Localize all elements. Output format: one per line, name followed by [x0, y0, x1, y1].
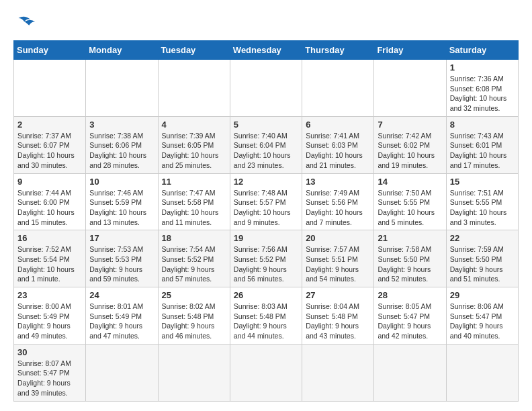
day-info: Sunrise: 7:57 AM Sunset: 5:51 PM Dayligh… — [306, 244, 370, 284]
day-number: 21 — [378, 233, 442, 243]
calendar-cell: 29Sunrise: 8:06 AM Sunset: 5:47 PM Dayli… — [446, 287, 518, 345]
day-number: 1 — [450, 62, 515, 73]
calendar-header-row: SundayMondayTuesdayWednesdayThursdayFrid… — [14, 41, 519, 60]
calendar-cell: 25Sunrise: 8:02 AM Sunset: 5:48 PM Dayli… — [158, 287, 230, 345]
day-number: 17 — [89, 233, 154, 243]
page-header — [13, 13, 519, 34]
calendar-cell — [302, 60, 374, 117]
calendar-cell — [230, 60, 302, 117]
day-number: 24 — [89, 290, 154, 300]
day-number: 14 — [378, 177, 442, 187]
day-number: 16 — [17, 233, 82, 243]
calendar-cell: 21Sunrise: 7:58 AM Sunset: 5:50 PM Dayli… — [374, 230, 446, 287]
calendar-cell: 8Sunrise: 7:43 AM Sunset: 6:01 PM Daylig… — [446, 116, 518, 173]
calendar-header-wednesday: Wednesday — [230, 41, 302, 60]
calendar-cell: 22Sunrise: 7:59 AM Sunset: 5:50 PM Dayli… — [446, 230, 518, 287]
calendar-cell: 26Sunrise: 8:03 AM Sunset: 5:48 PM Dayli… — [230, 287, 302, 345]
calendar-cell: 14Sunrise: 7:50 AM Sunset: 5:55 PM Dayli… — [374, 173, 446, 230]
calendar-cell: 13Sunrise: 7:49 AM Sunset: 5:56 PM Dayli… — [302, 173, 374, 230]
day-info: Sunrise: 7:40 AM Sunset: 6:04 PM Dayligh… — [234, 131, 298, 171]
day-info: Sunrise: 7:50 AM Sunset: 5:55 PM Dayligh… — [378, 188, 442, 228]
day-number: 3 — [89, 120, 154, 130]
calendar-header-thursday: Thursday — [302, 41, 374, 60]
calendar-header-saturday: Saturday — [446, 41, 518, 60]
day-info: Sunrise: 8:01 AM Sunset: 5:49 PM Dayligh… — [89, 302, 154, 341]
logo — [13, 13, 42, 34]
calendar-header-sunday: Sunday — [14, 41, 86, 60]
calendar-cell — [230, 344, 302, 401]
calendar-header-tuesday: Tuesday — [158, 41, 230, 60]
calendar-week-row: 1Sunrise: 7:36 AM Sunset: 6:08 PM Daylig… — [14, 60, 519, 117]
day-number: 23 — [17, 290, 82, 300]
day-info: Sunrise: 7:42 AM Sunset: 6:02 PM Dayligh… — [378, 131, 442, 171]
day-number: 19 — [234, 233, 298, 243]
calendar-week-row: 23Sunrise: 8:00 AM Sunset: 5:49 PM Dayli… — [14, 287, 519, 345]
day-number: 7 — [378, 120, 442, 130]
calendar-cell: 20Sunrise: 7:57 AM Sunset: 5:51 PM Dayli… — [302, 230, 374, 287]
day-info: Sunrise: 7:54 AM Sunset: 5:52 PM Dayligh… — [162, 244, 226, 284]
day-info: Sunrise: 7:58 AM Sunset: 5:50 PM Dayligh… — [378, 244, 442, 284]
day-number: 2 — [17, 120, 82, 130]
day-info: Sunrise: 7:36 AM Sunset: 6:08 PM Dayligh… — [450, 74, 515, 113]
calendar-cell: 27Sunrise: 8:04 AM Sunset: 5:48 PM Dayli… — [302, 287, 374, 345]
day-info: Sunrise: 8:00 AM Sunset: 5:49 PM Dayligh… — [17, 302, 82, 341]
calendar-cell — [14, 60, 86, 117]
calendar-cell: 11Sunrise: 7:47 AM Sunset: 5:58 PM Dayli… — [158, 173, 230, 230]
day-number: 20 — [306, 233, 370, 243]
calendar-cell: 30Sunrise: 8:07 AM Sunset: 5:47 PM Dayli… — [14, 344, 86, 401]
svg-rect-0 — [13, 13, 37, 34]
day-info: Sunrise: 8:05 AM Sunset: 5:47 PM Dayligh… — [378, 302, 442, 341]
calendar-cell — [374, 344, 446, 401]
calendar-table: SundayMondayTuesdayWednesdayThursdayFrid… — [13, 40, 519, 402]
day-info: Sunrise: 7:56 AM Sunset: 5:52 PM Dayligh… — [234, 244, 298, 284]
calendar-week-row: 30Sunrise: 8:07 AM Sunset: 5:47 PM Dayli… — [14, 344, 519, 401]
calendar-cell — [446, 344, 518, 401]
day-info: Sunrise: 7:46 AM Sunset: 5:59 PM Dayligh… — [89, 188, 154, 228]
day-number: 9 — [17, 177, 82, 187]
calendar-cell: 23Sunrise: 8:00 AM Sunset: 5:49 PM Dayli… — [14, 287, 86, 345]
day-info: Sunrise: 7:48 AM Sunset: 5:57 PM Dayligh… — [234, 188, 298, 228]
calendar-cell: 12Sunrise: 7:48 AM Sunset: 5:57 PM Dayli… — [230, 173, 302, 230]
calendar-cell: 24Sunrise: 8:01 AM Sunset: 5:49 PM Dayli… — [86, 287, 158, 345]
day-info: Sunrise: 7:43 AM Sunset: 6:01 PM Dayligh… — [450, 131, 515, 171]
calendar-cell: 5Sunrise: 7:40 AM Sunset: 6:04 PM Daylig… — [230, 116, 302, 173]
day-info: Sunrise: 7:38 AM Sunset: 6:06 PM Dayligh… — [89, 131, 154, 171]
day-number: 30 — [17, 347, 82, 357]
day-info: Sunrise: 8:07 AM Sunset: 5:47 PM Dayligh… — [17, 359, 82, 398]
day-number: 5 — [234, 120, 298, 130]
day-info: Sunrise: 8:03 AM Sunset: 5:48 PM Dayligh… — [234, 302, 298, 341]
calendar-cell — [302, 344, 374, 401]
calendar-week-row: 16Sunrise: 7:52 AM Sunset: 5:54 PM Dayli… — [14, 230, 519, 287]
calendar-cell — [86, 60, 158, 117]
calendar-cell: 28Sunrise: 8:05 AM Sunset: 5:47 PM Dayli… — [374, 287, 446, 345]
day-number: 29 — [450, 290, 515, 300]
day-info: Sunrise: 7:44 AM Sunset: 6:00 PM Dayligh… — [17, 188, 82, 228]
day-info: Sunrise: 7:37 AM Sunset: 6:07 PM Dayligh… — [17, 131, 82, 171]
day-number: 28 — [378, 290, 442, 300]
calendar-cell: 6Sunrise: 7:41 AM Sunset: 6:03 PM Daylig… — [302, 116, 374, 173]
day-info: Sunrise: 7:51 AM Sunset: 5:55 PM Dayligh… — [450, 188, 515, 228]
calendar-cell: 9Sunrise: 7:44 AM Sunset: 6:00 PM Daylig… — [14, 173, 86, 230]
calendar-cell: 3Sunrise: 7:38 AM Sunset: 6:06 PM Daylig… — [86, 116, 158, 173]
day-number: 26 — [234, 290, 298, 300]
day-info: Sunrise: 7:59 AM Sunset: 5:50 PM Dayligh… — [450, 244, 515, 284]
day-info: Sunrise: 7:39 AM Sunset: 6:05 PM Dayligh… — [162, 131, 226, 171]
calendar-week-row: 9Sunrise: 7:44 AM Sunset: 6:00 PM Daylig… — [14, 173, 519, 230]
calendar-cell: 10Sunrise: 7:46 AM Sunset: 5:59 PM Dayli… — [86, 173, 158, 230]
day-number: 6 — [306, 120, 370, 130]
day-number: 12 — [234, 177, 298, 187]
calendar-cell: 7Sunrise: 7:42 AM Sunset: 6:02 PM Daylig… — [374, 116, 446, 173]
day-info: Sunrise: 7:47 AM Sunset: 5:58 PM Dayligh… — [162, 188, 226, 228]
day-info: Sunrise: 7:41 AM Sunset: 6:03 PM Dayligh… — [306, 131, 370, 171]
day-number: 8 — [450, 120, 515, 130]
day-info: Sunrise: 7:53 AM Sunset: 5:53 PM Dayligh… — [89, 244, 154, 284]
day-number: 15 — [450, 177, 515, 187]
day-number: 22 — [450, 233, 515, 243]
day-info: Sunrise: 8:06 AM Sunset: 5:47 PM Dayligh… — [450, 302, 515, 341]
calendar-cell: 18Sunrise: 7:54 AM Sunset: 5:52 PM Dayli… — [158, 230, 230, 287]
day-number: 11 — [162, 177, 226, 187]
day-info: Sunrise: 8:02 AM Sunset: 5:48 PM Dayligh… — [162, 302, 226, 341]
calendar-header-friday: Friday — [374, 41, 446, 60]
calendar-cell: 17Sunrise: 7:53 AM Sunset: 5:53 PM Dayli… — [86, 230, 158, 287]
calendar-cell — [158, 60, 230, 117]
